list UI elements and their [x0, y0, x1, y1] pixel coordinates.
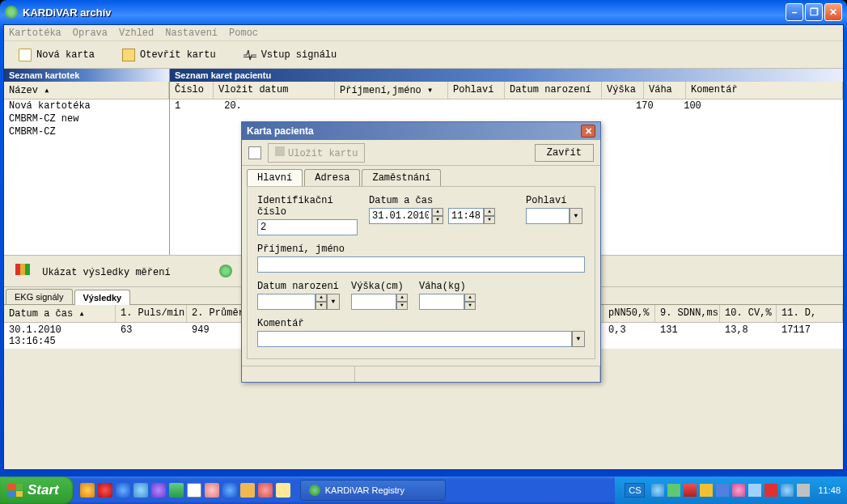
- show-results-button[interactable]: Ukázat výsledky měření: [15, 264, 171, 278]
- col-komentar[interactable]: Komentář: [686, 82, 843, 99]
- list-item[interactable]: CMBRM-CZ: [4, 125, 169, 138]
- ql-icon-6[interactable]: [169, 483, 184, 498]
- menu-pomoc[interactable]: Pomoc: [229, 28, 258, 39]
- col-prijmeni[interactable]: Příjmení,jméno ▾: [335, 82, 448, 99]
- tray-icon[interactable]: [684, 484, 697, 497]
- chart-icon: [15, 264, 30, 275]
- height-field[interactable]: [351, 294, 396, 310]
- dob-field[interactable]: [257, 294, 316, 310]
- date-down[interactable]: ▼: [432, 216, 443, 224]
- col-cv[interactable]: 10. CV,%: [720, 305, 777, 322]
- signal-input-button[interactable]: Vstup signálu: [239, 45, 342, 65]
- menubar: Kartotéka Oprava Vzhled Nastavení Pomoc: [4, 25, 843, 41]
- ql-icon-9[interactable]: [222, 483, 237, 498]
- ql-icon-8[interactable]: [205, 483, 219, 498]
- menu-kartoteka[interactable]: Kartotéka: [9, 28, 61, 39]
- dialog-close-button[interactable]: ✕: [581, 125, 595, 138]
- taskbar-app-button[interactable]: KARDiVAR Registry: [300, 480, 446, 501]
- ql-icon-7[interactable]: [187, 483, 201, 498]
- tray-icon[interactable]: [716, 484, 729, 497]
- new-card-button[interactable]: Nová karta: [14, 45, 100, 65]
- col-vyska[interactable]: Výška: [602, 82, 644, 99]
- col-pnn[interactable]: pNN50,%: [603, 305, 655, 322]
- time-down[interactable]: ▼: [484, 216, 495, 224]
- col-prumer[interactable]: 2. Průměr: [187, 305, 244, 322]
- close-button[interactable]: ✕: [824, 3, 842, 21]
- ql-icon-12[interactable]: [276, 483, 290, 498]
- name-field[interactable]: [257, 256, 585, 273]
- list-item[interactable]: CMBRM-CZ new: [4, 112, 169, 125]
- tray-icon[interactable]: [651, 484, 664, 497]
- ql-icon-4[interactable]: [133, 483, 148, 498]
- ql-icon-3[interactable]: [116, 483, 130, 498]
- dialog-tabs: Hlavní Adresa Zaměstnání: [242, 166, 600, 186]
- col-vaha[interactable]: Váha: [644, 82, 686, 99]
- menu-oprava[interactable]: Oprava: [73, 28, 108, 39]
- edit-icon[interactable]: [248, 146, 261, 159]
- ql-icon-11[interactable]: [258, 483, 273, 498]
- col-datum[interactable]: Datum a čas ▴: [4, 305, 116, 322]
- left-grid-body[interactable]: Nová kartotéka CMBRM-CZ new CMBRM-CZ: [4, 100, 169, 255]
- globe-icon[interactable]: [219, 265, 232, 277]
- sex-field[interactable]: [526, 208, 570, 224]
- height-down[interactable]: ▼: [396, 302, 408, 310]
- height-up[interactable]: ▲: [396, 294, 408, 302]
- start-label: Start: [28, 482, 59, 498]
- time-field[interactable]: [448, 208, 484, 224]
- ql-icon-2[interactable]: [98, 483, 112, 498]
- clock[interactable]: 11:48: [818, 485, 841, 495]
- tray-icon[interactable]: [732, 484, 745, 497]
- sex-dropdown-button[interactable]: ▼: [570, 208, 582, 224]
- comment-dropdown-button[interactable]: ▼: [572, 331, 585, 347]
- tray-icon[interactable]: [700, 484, 713, 497]
- tray-icon[interactable]: [797, 484, 810, 497]
- id-field[interactable]: [257, 219, 358, 235]
- weight-up[interactable]: ▲: [464, 294, 476, 302]
- tab-ekg[interactable]: EKG signály: [6, 289, 73, 304]
- col-nazev[interactable]: Název ▴: [4, 82, 169, 99]
- lbl-dob: Datum narození: [257, 281, 340, 292]
- time-up[interactable]: ▲: [484, 208, 495, 216]
- status-segment: [242, 366, 355, 382]
- open-card-button[interactable]: Otevřít kartu: [117, 45, 221, 65]
- col-vlozit[interactable]: Vložit datum: [214, 82, 335, 99]
- tab-results[interactable]: Výsledky: [74, 290, 131, 305]
- dialog-close-text-button[interactable]: Zavřít: [535, 144, 594, 162]
- dob-down[interactable]: ▼: [316, 302, 327, 310]
- maximize-button[interactable]: ❐: [805, 3, 823, 21]
- ql-icon-5[interactable]: [151, 483, 166, 498]
- weight-field[interactable]: [419, 294, 464, 310]
- start-button[interactable]: Start: [0, 476, 74, 504]
- date-up[interactable]: ▲: [432, 208, 443, 216]
- weight-down[interactable]: ▼: [464, 302, 476, 310]
- language-indicator[interactable]: CS: [625, 483, 645, 498]
- lbl-comment: Komentář: [257, 318, 585, 329]
- menu-nastaveni[interactable]: Nastavení: [165, 28, 218, 39]
- tray-icon[interactable]: [748, 484, 761, 497]
- tray-icon[interactable]: [781, 484, 794, 497]
- date-field[interactable]: [369, 208, 432, 224]
- menu-vzhled[interactable]: Vzhled: [119, 28, 154, 39]
- ql-icon-1[interactable]: [80, 483, 95, 498]
- col-sdnn[interactable]: 9. SDNN,ms: [655, 305, 720, 322]
- tray-icon[interactable]: [667, 484, 680, 497]
- comment-field[interactable]: [257, 331, 572, 347]
- save-card-button[interactable]: Uložit kartu: [268, 143, 365, 163]
- col-d[interactable]: 11. D,: [777, 305, 843, 322]
- dob-dropdown-button[interactable]: ▼: [327, 294, 340, 310]
- minimize-button[interactable]: –: [786, 3, 803, 21]
- col-pohlavi[interactable]: Pohlaví: [448, 82, 505, 99]
- quicklaunch: [74, 483, 297, 498]
- tab-hlavni[interactable]: Hlavní: [247, 169, 303, 186]
- table-row[interactable]: 1 20. 170 100: [170, 100, 843, 112]
- tab-adresa[interactable]: Adresa: [304, 169, 360, 186]
- col-puls[interactable]: 1. Puls/min: [116, 305, 187, 322]
- col-cislo[interactable]: Číslo: [170, 82, 214, 99]
- list-item[interactable]: Nová kartotéka: [4, 100, 169, 112]
- ql-icon-10[interactable]: [240, 483, 255, 498]
- tab-zamestnani[interactable]: Zaměstnání: [362, 169, 441, 186]
- main-window: KARDiVAR archív – ❐ ✕ Kartotéka Oprava V…: [0, 0, 847, 504]
- tray-icon[interactable]: [764, 484, 777, 497]
- col-narozeni[interactable]: Datum narození: [505, 82, 602, 99]
- dob-up[interactable]: ▲: [316, 294, 327, 302]
